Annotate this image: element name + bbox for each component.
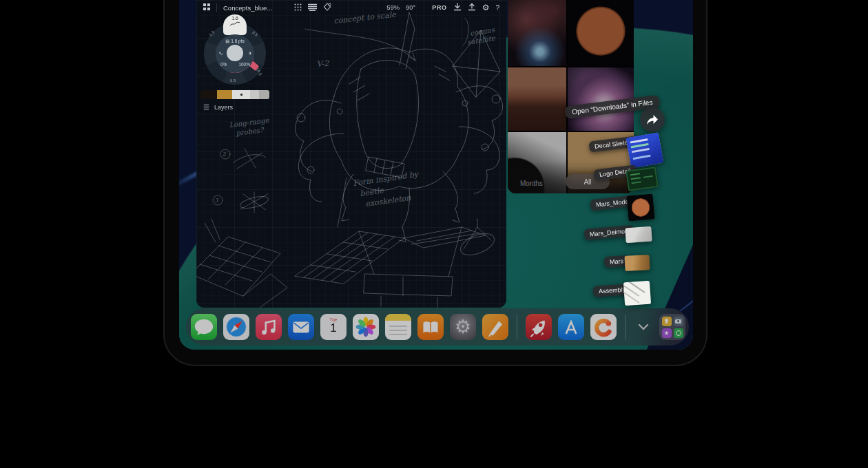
brush-size-bottom[interactable]: 6.9 xyxy=(230,78,236,83)
drag-thumb-mars[interactable] xyxy=(624,255,650,271)
drag-thumb-logo-detail[interactable] xyxy=(626,167,659,191)
selected-swatch-dot xyxy=(240,94,242,96)
color-preview-knob[interactable] xyxy=(227,45,243,61)
swatch-black[interactable] xyxy=(200,90,217,99)
smoothing-icon: ∿ xyxy=(218,50,223,56)
stroke-width-value: 1.6 pts xyxy=(231,39,245,43)
ipad-screen: 2 3 concept to scale comms satellite V-2… xyxy=(179,0,693,350)
layers-label: Layers xyxy=(214,104,233,111)
forward-arrow-icon xyxy=(645,114,659,126)
active-brush-wedge[interactable]: 1.6 xyxy=(223,14,247,35)
layers-menu-icon: ☰ xyxy=(203,103,209,111)
drag-thumb-decal-sketches[interactable] xyxy=(626,132,663,169)
layers-button[interactable]: ☰ Layers xyxy=(203,103,233,111)
opacity-max-label: 100% xyxy=(238,62,250,67)
swatch-light-gray[interactable] xyxy=(250,90,259,99)
brush-tool-wheel[interactable]: 1.3 3.5 14.5 6.9 1.6 ▤ xyxy=(204,23,266,85)
drag-thumb-assembly[interactable] xyxy=(623,281,651,306)
drag-thumb-mars-model[interactable] xyxy=(626,193,654,221)
desktop-background: 2 3 concept to scale comms satellite V-2… xyxy=(0,0,868,468)
pencil-scribble-icon xyxy=(229,21,240,27)
swatch-gray[interactable] xyxy=(259,90,269,99)
swatch-white-selected[interactable] xyxy=(232,90,250,99)
tool-wheel-center[interactable]: ▤ 1.6 pts ∿ ◑ 0% 100% xyxy=(216,34,254,73)
drag-thumb-mars-deimos[interactable] xyxy=(625,226,652,244)
stroke-width-icon: ▤ xyxy=(225,39,229,43)
active-brush-size: 1.6 xyxy=(231,16,238,21)
share-forward-button[interactable] xyxy=(640,107,665,132)
color-swatch-bar[interactable] xyxy=(200,90,269,99)
swatch-gold[interactable] xyxy=(217,90,232,99)
opacity-min-label: 0% xyxy=(220,62,227,67)
ipad-device-frame: 2 3 concept to scale comms satellite V-2… xyxy=(163,0,707,366)
contrast-icon: ◑ xyxy=(248,50,251,56)
